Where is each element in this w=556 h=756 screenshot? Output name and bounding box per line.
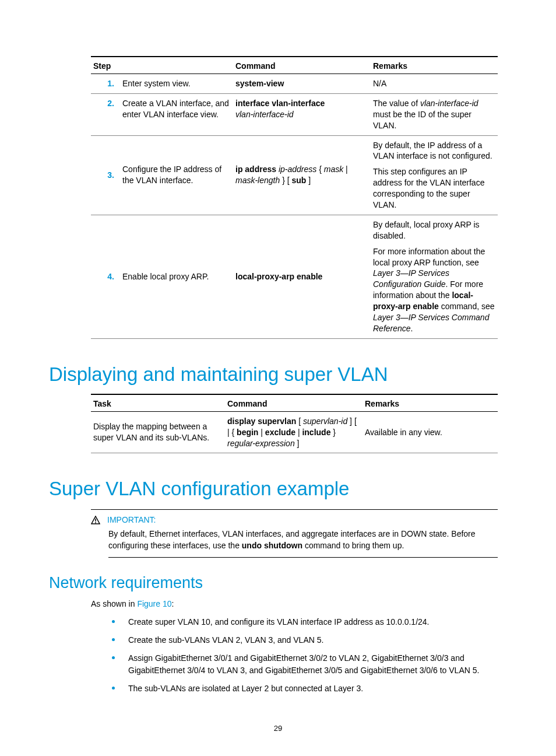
th-remarks: Remarks <box>371 57 498 74</box>
important-body: By default, Ethernet interfaces, VLAN in… <box>108 528 498 558</box>
task-cell: Display the mapping between a super VLAN… <box>91 411 225 453</box>
table-row: 3. Configure the IP address of the VLAN … <box>91 135 498 215</box>
step-number: 1. <box>91 74 120 94</box>
table-row: 1. Enter system view. system-view N/A <box>91 74 498 94</box>
step-task: Configure the IP address of the VLAN int… <box>120 135 233 215</box>
intro-paragraph: As shown in Figure 10: <box>91 598 507 610</box>
step-remarks: By default, local proxy ARP is disabled.… <box>371 215 498 338</box>
table-row: 2. Create a VLAN interface, and enter VL… <box>91 93 498 135</box>
svg-point-2 <box>95 523 96 524</box>
step-number: 3. <box>91 135 120 215</box>
list-item: Create the sub-VLANs VLAN 2, VLAN 3, and… <box>112 634 507 646</box>
command-cell: display supervlan [ supervlan-id ] [ | {… <box>225 411 363 453</box>
heading-display-maintain: Displaying and maintaining super VLAN <box>49 363 507 386</box>
remarks-cell: Available in any view. <box>363 411 498 453</box>
requirements-list: Create super VLAN 10, and configure its … <box>112 616 507 695</box>
table-row: 4. Enable local proxy ARP. local-proxy-a… <box>91 215 498 338</box>
heading-network-requirements: Network requirements <box>49 574 507 592</box>
step-remarks: N/A <box>371 74 498 94</box>
step-task: Enter system view. <box>120 74 233 94</box>
step-number: 2. <box>91 93 120 135</box>
page-number: 29 <box>0 724 556 733</box>
step-remarks: By default, the IP address of a VLAN int… <box>371 135 498 215</box>
warning-icon <box>91 516 100 527</box>
important-note: IMPORTANT: By default, Ethernet interfac… <box>91 509 498 558</box>
step-command: ip address ip-address { mask | mask-leng… <box>233 135 371 215</box>
step-command: local-proxy-arp enable <box>233 215 371 338</box>
th-command: Command <box>233 57 371 74</box>
table-row: Display the mapping between a super VLAN… <box>91 411 498 453</box>
figure-link[interactable]: Figure 10 <box>137 599 171 608</box>
th-task: Task <box>91 394 225 412</box>
step-remarks: The value of vlan-interface-id must be t… <box>371 93 498 135</box>
th-step: Step <box>91 57 233 74</box>
step-command: interface vlan-interface vlan-interface-… <box>233 93 371 135</box>
list-item: Create super VLAN 10, and configure its … <box>112 616 507 628</box>
step-task: Create a VLAN interface, and enter VLAN … <box>120 93 233 135</box>
th-remarks: Remarks <box>363 394 498 412</box>
important-title: IMPORTANT: <box>107 514 156 526</box>
step-command: system-view <box>233 74 371 94</box>
step-number: 4. <box>91 215 120 338</box>
list-item: Assign GigabitEthernet 3/0/1 and Gigabit… <box>112 652 507 677</box>
display-table: Task Command Remarks Display the mapping… <box>91 394 498 454</box>
heading-config-example: Super VLAN configuration example <box>49 478 507 500</box>
procedure-table: Step Command Remarks 1. Enter system vie… <box>91 56 498 339</box>
th-command: Command <box>225 394 363 412</box>
step-task: Enable local proxy ARP. <box>120 215 233 338</box>
list-item: The sub-VLANs are isolated at Layer 2 bu… <box>112 682 507 695</box>
